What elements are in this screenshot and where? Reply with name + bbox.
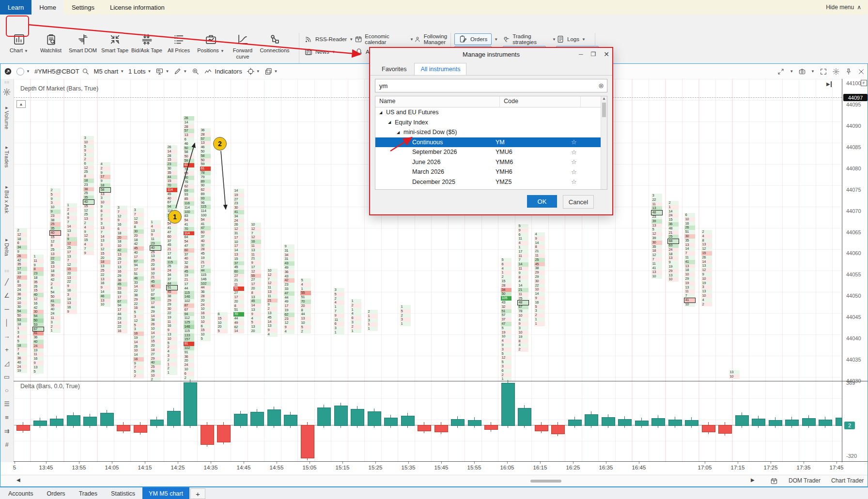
instrument-row[interactable]: ◢Equity Index [375, 118, 607, 128]
ribbon-button-smart-tape[interactable]: Smart Tape [99, 31, 131, 54]
drawing-tool-icon-0[interactable]: ╱ [0, 278, 14, 286]
instrument-row[interactable]: June 2026YMM6☆ [375, 157, 607, 167]
instrument-row[interactable]: ◢mini-sized Dow ($5) [375, 127, 607, 137]
ribbon-button-rss-reader[interactable]: RSS-Reader▼ [304, 33, 355, 45]
scrollbar-thumb[interactable] [530, 480, 561, 483]
drawing-tool-icon-8[interactable]: ○ [0, 387, 14, 394]
chart-style-button[interactable]: ▼ [155, 67, 169, 76]
clear-search-icon[interactable]: ⊗ [598, 82, 604, 90]
drawing-tool-icon-7[interactable]: ▭ [0, 373, 14, 380]
instrument-row[interactable]: March 2026YMH6☆ [375, 167, 607, 177]
workspace-tab-trades[interactable]: Trades [73, 487, 104, 499]
workspace-tab-accounts[interactable]: Accounts [2, 487, 39, 499]
dialog-tab-all-instruments[interactable]: All instruments [414, 63, 466, 75]
ribbon-button-smart-dom[interactable]: Smart DOM [67, 31, 99, 54]
menu-tab-settings[interactable]: Settings [64, 0, 102, 15]
calendar-icon[interactable] [770, 477, 778, 485]
instrument-search-input[interactable]: ym ⊗ [375, 79, 607, 92]
column-header-code[interactable]: Code [500, 96, 581, 107]
crosshair-button[interactable]: ▼ [247, 67, 260, 76]
dialog-scrollbar[interactable]: ▲ [601, 96, 607, 189]
gear-icon[interactable] [2, 88, 11, 96]
instrument-row[interactable]: September 2026YMU6☆ [375, 147, 607, 157]
ribbon-button-watchlist[interactable]: Watchlist [35, 31, 67, 54]
ribbon-button-news[interactable]: News▼ [304, 45, 355, 58]
scroll-left-icon[interactable]: ◀ [16, 477, 20, 483]
favorite-star-icon[interactable]: ☆ [571, 138, 577, 146]
tree-expand-icon[interactable]: ◢ [397, 130, 400, 135]
pin-icon[interactable] [845, 68, 852, 76]
ribbon-button-orders[interactable]: Orders▼ [454, 33, 503, 45]
dialog-title-bar[interactable]: Manage instruments ─ ❐ ✕ [370, 48, 612, 60]
drawing-tools-button[interactable]: ▼ [173, 67, 187, 76]
ok-button[interactable]: OK [527, 195, 557, 208]
drawing-tool-icon-10[interactable]: ≡ [0, 414, 14, 421]
close-icon[interactable]: ✕ [604, 50, 609, 58]
menu-tab-license-information[interactable]: License information [102, 0, 172, 15]
indicators-button[interactable]: Indicators [204, 67, 242, 76]
ribbon-button-chart[interactable]: Chart ▼ [3, 31, 35, 54]
panel-toggle-bid-x-ask[interactable]: ▶ Bid x Ask [0, 181, 14, 215]
instrument-flag-icon[interactable]: F [861, 80, 867, 86]
panel-toggle-volume[interactable]: ▶ Volume [0, 102, 14, 132]
fullscreen-icon[interactable] [820, 68, 827, 76]
favorite-star-icon[interactable]: ☆ [571, 178, 577, 185]
drawing-tool-icon-11[interactable]: ⇉ [0, 427, 14, 435]
panel-toggle-trades[interactable]: ▶ Trades [0, 142, 14, 170]
ribbon-button-forward-curve[interactable]: Forward curve [227, 31, 259, 60]
gear-icon[interactable] [832, 68, 840, 76]
instrument-row[interactable]: ◢US and EU Futures [375, 107, 607, 118]
lots-selector[interactable]: 1 Lots ▼ [128, 68, 151, 75]
drawing-tool-icon-6[interactable]: ◿ [0, 360, 14, 367]
dom-trader-button[interactable]: DOM Trader [789, 477, 821, 484]
panel-toggle-delta[interactable]: ▶ Delta [0, 234, 14, 258]
favorite-star-icon[interactable]: ☆ [571, 158, 577, 166]
tree-expand-icon[interactable]: ◢ [379, 110, 382, 115]
instrument-list[interactable]: Name Code ◢US and EU Futures ◢Equity Ind… [375, 96, 607, 190]
drawing-tool-icon-3[interactable]: │ [0, 319, 14, 326]
menu-tab-learn[interactable]: Learn [0, 0, 31, 15]
ribbon-button-connections[interactable]: Connections [259, 31, 291, 54]
ribbon-button-economic-calendar[interactable]: Economic calendar▼ [355, 33, 414, 45]
symbol-selector[interactable]: #YMH5@CBOT [34, 67, 90, 76]
drawing-tool-icon-4[interactable]: → [0, 333, 14, 340]
add-panel-tab[interactable]: + [190, 488, 205, 499]
workspace-tab-orders[interactable]: Orders [40, 487, 71, 499]
favorite-star-icon[interactable]: ☆ [571, 168, 577, 176]
drawing-tool-icon-1[interactable]: ∠ [0, 292, 14, 299]
hide-menu-button[interactable]: Hide menu ∧ [826, 0, 861, 15]
price-axis[interactable]: F 44100440954409044085440804407544070440… [842, 79, 868, 462]
instrument-row[interactable]: ContinuousYM☆ [375, 137, 607, 148]
drawing-tool-icon-5[interactable]: + [0, 346, 14, 353]
drag-handle-icon[interactable]: ⠿⠿ [0, 81, 14, 85]
drag-handle-icon[interactable]: ⠿⠿ [0, 270, 14, 273]
menu-tab-home[interactable]: Home [31, 0, 64, 15]
scroll-right-icon[interactable]: ▶ [751, 477, 755, 483]
layout-button[interactable]: ▼ [264, 67, 278, 76]
pane-divider[interactable] [14, 381, 868, 381]
ribbon-button-logs[interactable]: Logs▼ [556, 33, 601, 45]
instrument-row[interactable]: December 2025YMZ5☆ [375, 177, 607, 187]
maximize-icon[interactable]: ❐ [591, 51, 596, 58]
close-icon[interactable] [857, 68, 865, 76]
camera-icon[interactable] [798, 68, 806, 76]
symbol-color-selector[interactable]: ▼ [16, 68, 30, 76]
drawing-tool-icon-12[interactable]: # [0, 441, 14, 448]
chart-trader-button[interactable]: Chart Trader [831, 477, 864, 484]
resize-icon[interactable] [777, 68, 785, 76]
favorite-star-icon[interactable]: ☆ [571, 149, 577, 156]
ribbon-button-trading-strategies[interactable]: Trading strategies▼ [503, 33, 556, 45]
period-selector[interactable]: M5 chart ▼ [94, 68, 124, 75]
ribbon-button-positions[interactable]: Positions ▼ [195, 31, 227, 54]
drawing-tool-icon-2[interactable]: ─ [0, 305, 14, 313]
time-axis[interactable]: 5 13:45 13:55 14:05 14:15 14:25 14:35 14… [14, 462, 842, 475]
dialog-tab-favorites[interactable]: Favorites [376, 63, 412, 75]
tree-expand-icon[interactable]: ◢ [388, 120, 391, 124]
minimize-icon[interactable]: ─ [579, 51, 583, 58]
zoom-in-icon[interactable] [191, 67, 200, 76]
drawing-tool-icon-9[interactable]: ☰ [0, 400, 14, 408]
scrollbar-thumb[interactable] [602, 103, 606, 117]
column-header-name[interactable]: Name [375, 96, 500, 107]
workspace-tab-ym-m5-chart[interactable]: YM M5 chart [142, 487, 189, 499]
ribbon-button-bid-ask-tape[interactable]: Bid/Ask Tape [131, 31, 163, 54]
